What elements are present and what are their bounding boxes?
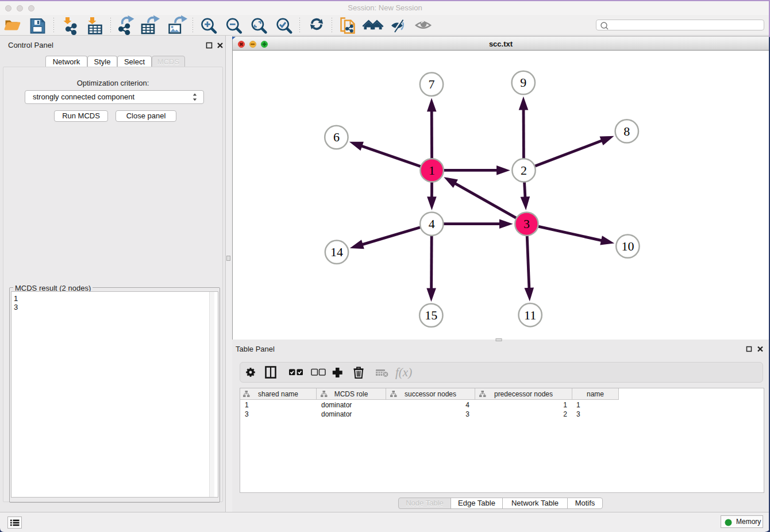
svg-text:9: 9 bbox=[520, 75, 526, 90]
svg-text:3: 3 bbox=[523, 217, 530, 231]
svg-text:f(x): f(x) bbox=[395, 365, 412, 379]
svg-text:4: 4 bbox=[429, 217, 435, 231]
svg-text:15: 15 bbox=[425, 308, 437, 322]
svg-text:2: 2 bbox=[521, 163, 527, 178]
svg-text:10: 10 bbox=[621, 239, 634, 253]
svg-text:8: 8 bbox=[623, 124, 630, 138]
svg-text:1: 1 bbox=[429, 163, 435, 178]
svg-text:11: 11 bbox=[524, 308, 536, 322]
svg-text:6: 6 bbox=[333, 130, 340, 144]
svg-text:7: 7 bbox=[429, 77, 435, 91]
svg-text:14: 14 bbox=[330, 245, 343, 259]
